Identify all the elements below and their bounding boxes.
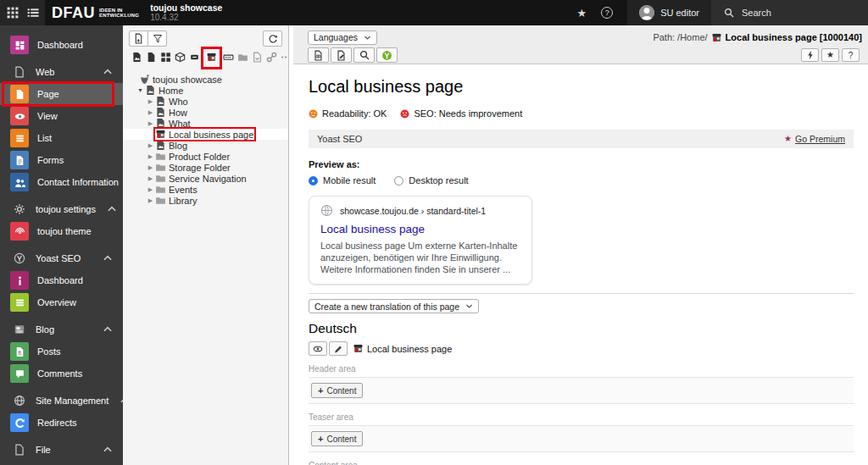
clear-cache-button[interactable] bbox=[801, 48, 819, 62]
tree-node-how[interactable]: ▶How bbox=[123, 107, 288, 118]
sidebar-section-web[interactable]: Web bbox=[0, 61, 123, 83]
new-page-drag-area bbox=[129, 47, 282, 64]
sidebar-item-toujou-theme[interactable]: toujou theme bbox=[0, 220, 123, 242]
sidebar-item-view[interactable]: View bbox=[0, 105, 123, 127]
add-content-button[interactable]: + Content bbox=[311, 383, 363, 398]
tree-toggle-icon[interactable]: ▶ bbox=[147, 174, 154, 182]
tree-node-home[interactable]: ▼Home bbox=[123, 85, 288, 96]
refresh-tree-button[interactable] bbox=[263, 30, 282, 47]
tree-node-library[interactable]: ▶Library bbox=[123, 195, 288, 206]
brand-logo[interactable]: DFAU IDEEN IN ENTWICKLUNG bbox=[52, 4, 139, 22]
page-blank-drag-icon[interactable] bbox=[146, 52, 157, 64]
avatar bbox=[639, 5, 654, 20]
search-button[interactable] bbox=[353, 47, 375, 63]
context-help-button[interactable]: ? bbox=[842, 48, 860, 62]
tree-node-box: Home bbox=[144, 85, 183, 96]
readability-face-icon bbox=[309, 109, 318, 119]
sidebar-item-page[interactable]: Page bbox=[0, 83, 123, 105]
tree-toggle-icon[interactable]: ▶ bbox=[147, 141, 154, 149]
breadcrumb-page: Local business page [1000140] bbox=[726, 32, 862, 42]
create-translation-select[interactable]: Create a new translation of this page bbox=[309, 299, 479, 313]
filter-button[interactable] bbox=[147, 30, 167, 47]
area-band-header-area: + Content bbox=[309, 377, 854, 404]
modules-toggle-button[interactable] bbox=[3, 3, 21, 22]
radio-desktop-result[interactable]: Desktop result bbox=[394, 175, 468, 185]
tree-node-local-business-page[interactable]: Local business page bbox=[123, 129, 288, 140]
folder-drag-icon[interactable] bbox=[237, 52, 248, 64]
tree-node-what[interactable]: ▶What bbox=[123, 118, 288, 129]
sidebar-section-site-management[interactable]: Site Management bbox=[0, 390, 123, 412]
readability-badge: Readability: OK bbox=[309, 108, 387, 119]
tree-node-who[interactable]: ▶Who bbox=[123, 96, 288, 107]
tree-node-storage-folder[interactable]: ▶Storage Folder bbox=[123, 162, 288, 173]
sidebar-item-posts[interactable]: Posts bbox=[0, 340, 123, 363]
serp-title: Local business page bbox=[320, 223, 520, 235]
help-button[interactable]: ? bbox=[601, 7, 613, 19]
spacer-drag-icon[interactable] bbox=[189, 52, 200, 64]
link-drag-icon[interactable] bbox=[266, 52, 277, 64]
sidebar-section-blog[interactable]: Blog bbox=[0, 318, 123, 340]
tree-toolbar bbox=[123, 25, 288, 64]
view-webpage-button[interactable] bbox=[308, 47, 329, 63]
sidebar-item-comments[interactable]: Comments bbox=[0, 363, 123, 385]
bookmark-page-button[interactable]: ★ bbox=[821, 48, 839, 62]
shop-drag-icon[interactable] bbox=[203, 49, 220, 67]
bookmarks-button[interactable]: ★ bbox=[576, 8, 587, 19]
grid4-drag-icon[interactable] bbox=[160, 52, 171, 64]
module-tile bbox=[10, 151, 29, 169]
tree-node-events[interactable]: ▶Events bbox=[123, 184, 288, 195]
edit-page-properties-button[interactable] bbox=[331, 47, 352, 63]
language-header-row: Local business page bbox=[309, 341, 854, 356]
link-icon bbox=[266, 52, 277, 63]
sidebar-item-forms[interactable]: Forms bbox=[0, 149, 123, 171]
language-heading: Deutsch bbox=[309, 320, 854, 336]
sidebar-item-list[interactable]: List bbox=[0, 127, 123, 149]
tree-node-blog[interactable]: ▶Blog bbox=[123, 140, 288, 151]
mountain-icon bbox=[155, 140, 166, 151]
divider-drag-icon[interactable] bbox=[281, 52, 289, 64]
search-label: Search bbox=[742, 8, 771, 18]
page-mountain-drag-icon[interactable] bbox=[131, 52, 142, 64]
tree-toggle-icon[interactable]: ▼ bbox=[136, 86, 144, 94]
redirect-icon bbox=[14, 418, 25, 429]
tree-toggle-icon[interactable]: ▶ bbox=[147, 185, 154, 193]
tree-toggle-icon[interactable]: ▶ bbox=[147, 119, 154, 127]
yoast-seo-button[interactable] bbox=[376, 47, 398, 63]
sidebar-section-file[interactable]: File bbox=[0, 439, 123, 461]
view-page-icon bbox=[313, 50, 324, 61]
sidebar-section-toujou-settings[interactable]: toujou settings bbox=[0, 198, 123, 220]
edit-language-button[interactable] bbox=[329, 341, 348, 356]
sidebar-item-dashboard[interactable]: Dashboard bbox=[0, 269, 123, 291]
user-menu[interactable]: SU editor bbox=[627, 0, 711, 25]
sidebar-item-contact-information[interactable]: Contact Information bbox=[0, 171, 123, 193]
lightning-icon bbox=[805, 50, 815, 60]
add-content-button[interactable]: + Content bbox=[311, 431, 363, 446]
tree-toggle-icon[interactable]: ▶ bbox=[147, 97, 154, 105]
serp-preview-card: showcase.toujou.de › standard-titel-1 Lo… bbox=[309, 196, 532, 285]
sidebar-item-overview[interactable]: Overview bbox=[0, 291, 123, 313]
new-page-button[interactable] bbox=[129, 30, 148, 47]
textfield-drag-icon[interactable] bbox=[223, 52, 234, 64]
sidebar-item-redirects[interactable]: Redirects bbox=[0, 412, 123, 434]
folder-icon bbox=[155, 162, 166, 173]
sidebar-item-dashboard[interactable]: Dashboard bbox=[0, 34, 123, 56]
create-translation-value: Create a new translation of this page bbox=[314, 302, 459, 312]
page-arrow-drag-icon[interactable] bbox=[252, 52, 263, 64]
view-language-button[interactable] bbox=[309, 341, 327, 356]
folder-icon bbox=[155, 151, 166, 162]
tree-toggle-icon[interactable]: ▶ bbox=[147, 152, 154, 160]
languages-select[interactable]: Languages bbox=[308, 30, 377, 45]
tree-toggle-icon[interactable]: ▶ bbox=[147, 108, 154, 116]
tree-node-service-navigation[interactable]: ▶Service Navigation bbox=[123, 173, 288, 184]
tree-toggle-icon[interactable]: ▶ bbox=[147, 197, 154, 204]
spacer-icon bbox=[189, 52, 200, 63]
radio-mobile-result[interactable]: Mobile result bbox=[309, 175, 376, 185]
go-premium-link[interactable]: ★ Go Premium bbox=[784, 134, 845, 144]
cube-drag-icon[interactable] bbox=[175, 52, 186, 64]
sidebar-section-yoast-seo[interactable]: Yoast SEO bbox=[0, 247, 123, 269]
pagetree-toggle-button[interactable] bbox=[24, 3, 42, 22]
topbar-search[interactable]: Search bbox=[711, 0, 868, 25]
tree-node-toujou-showcase[interactable]: toujou showcase bbox=[123, 74, 288, 85]
tree-toggle-icon[interactable]: ▶ bbox=[147, 163, 154, 171]
tree-node-product-folder[interactable]: ▶Product Folder bbox=[123, 151, 288, 162]
